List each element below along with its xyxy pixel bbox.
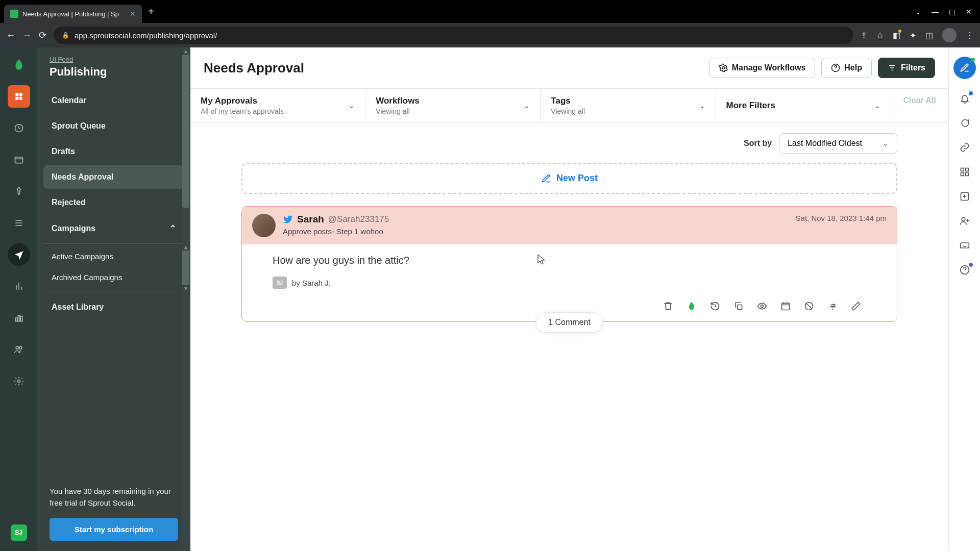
svg-point-8 [761, 305, 764, 308]
extensions-icon[interactable]: ✦ [910, 31, 916, 40]
tab-close-icon[interactable]: ✕ [130, 10, 136, 18]
menu-icon[interactable]: ⋮ [966, 31, 974, 40]
button-label: Filters [901, 63, 925, 72]
filter-approvals[interactable]: My Approvals All of my team's approvals … [190, 89, 365, 122]
forward-button[interactable]: → [22, 30, 32, 41]
sidepanel-icon[interactable]: ◫ [925, 31, 933, 40]
post-date: Sat, Nov 18, 2023 1:44 pm [796, 214, 887, 222]
sidebar-item-drafts[interactable]: Drafts [43, 140, 184, 163]
url-bar[interactable]: 🔒 app.sproutsocial.com/publishing/approv… [54, 27, 853, 44]
profile-avatar[interactable] [942, 28, 957, 42]
rail-pin-icon[interactable] [8, 180, 30, 203]
button-label: Manage Workflows [732, 63, 806, 72]
keyboard-icon[interactable] [960, 240, 970, 251]
invite-icon[interactable] [960, 216, 970, 226]
rail-publishing-icon[interactable] [8, 243, 30, 266]
browser-tab[interactable]: Needs Approval | Publishing | Sp ✕ [4, 5, 142, 23]
sidebar-item-rejected[interactable]: Rejected [43, 191, 184, 214]
notifications-icon[interactable] [960, 93, 970, 104]
add-icon[interactable] [960, 191, 970, 202]
user-badge[interactable]: SJ [11, 524, 27, 541]
rail-inbox-icon[interactable] [8, 148, 30, 171]
post-author-name: Sarah [297, 214, 324, 225]
minimize-icon[interactable]: — [932, 8, 939, 16]
twitter-icon [283, 214, 293, 224]
filter-workflows[interactable]: Workflows Viewing all ⌄ [365, 89, 541, 122]
filter-bar: My Approvals All of my team's approvals … [190, 89, 948, 123]
filter-tags[interactable]: Tags Viewing all ⌄ [541, 89, 716, 122]
main-content: Needs Approval Manage Workflows Help Fil… [190, 47, 948, 551]
sidebar-subitem-active-campaigns[interactable]: Active Campaigns [43, 246, 190, 267]
start-subscription-button[interactable]: Start my subscription [50, 518, 178, 541]
reload-button[interactable]: ⟳ [39, 30, 46, 41]
close-window-icon[interactable]: ✕ [966, 8, 972, 16]
link-icon[interactable] [960, 142, 970, 153]
help-icon[interactable] [960, 265, 970, 275]
sidebar-subitem-archived-campaigns[interactable]: Archived Campaigns [43, 267, 190, 288]
svg-point-5 [722, 67, 724, 69]
share-icon[interactable]: ⇪ [861, 31, 867, 40]
sidebar-item-sprout-queue[interactable]: Sprout Queue [43, 114, 184, 138]
sprout-icon[interactable] [687, 301, 697, 311]
comment-count-pill[interactable]: 1 Comment [535, 312, 603, 333]
post-byline: by Sarah J. [292, 279, 331, 287]
rail-reports-icon[interactable] [8, 307, 30, 329]
extension-icon[interactable]: ◧ [893, 31, 900, 40]
right-rail [948, 47, 980, 551]
message-icon[interactable] [960, 118, 970, 128]
delete-icon[interactable] [663, 301, 673, 311]
back-button[interactable]: ← [6, 30, 15, 41]
chevron-down-icon[interactable]: ⌄ [915, 8, 921, 16]
filter-more[interactable]: More Filters ⌄ [716, 89, 891, 122]
filter-label: Workflows [376, 96, 420, 106]
approve-icon[interactable] [827, 301, 838, 311]
sidebar: ▲ ▼ UI Feed Publishing Calendar Sprout Q… [37, 47, 190, 551]
copy-icon[interactable] [733, 301, 744, 311]
svg-point-2 [16, 346, 18, 349]
history-icon[interactable] [710, 301, 720, 311]
sidebar-item-calendar[interactable]: Calendar [43, 89, 184, 112]
post-text: How are you guys in the attic? [273, 255, 866, 266]
filter-sublabel: Viewing all [551, 107, 585, 115]
sidebar-scrollbar[interactable]: ▲ ▼ [182, 47, 190, 551]
post-card: Sarah @Sarah233175 Approve posts- Step 1… [241, 206, 897, 322]
svg-point-4 [17, 380, 20, 383]
calendar-icon[interactable] [780, 301, 791, 311]
block-icon[interactable] [804, 301, 814, 311]
compose-fab[interactable] [953, 57, 976, 79]
svg-rect-12 [965, 168, 968, 171]
rail-people-icon[interactable] [8, 338, 30, 361]
svg-rect-14 [965, 173, 968, 176]
svg-point-3 [19, 346, 21, 349]
maximize-icon[interactable]: ▢ [949, 8, 955, 16]
rail-list-icon[interactable] [8, 212, 30, 234]
filters-button[interactable]: Filters [878, 58, 935, 78]
compose-icon [541, 173, 551, 184]
grid-icon[interactable] [960, 167, 970, 177]
post-header: Sarah @Sarah233175 Approve posts- Step 1… [242, 207, 897, 244]
sidebar-item-campaigns[interactable]: Campaigns ⌃ [43, 216, 184, 240]
clear-all-button[interactable]: Clear All [891, 89, 948, 122]
new-post-button[interactable]: New Post [241, 163, 897, 194]
sidebar-item-needs-approval[interactable]: Needs Approval [43, 165, 184, 189]
sort-select[interactable]: Last Modified Oldest ⌄ [779, 133, 897, 154]
chevron-down-icon: ⌄ [883, 139, 889, 147]
help-button[interactable]: Help [821, 58, 872, 78]
sprout-logo[interactable] [8, 54, 30, 76]
rail-home-icon[interactable] [8, 85, 30, 108]
trial-message: You have 30 days remaining in your free … [50, 486, 178, 509]
svg-rect-1 [15, 157, 22, 163]
sidebar-eyebrow[interactable]: UI Feed [50, 56, 178, 63]
browser-tab-strip: Needs Approval | Publishing | Sp ✕ + ⌄ —… [0, 0, 980, 23]
edit-icon[interactable] [851, 301, 861, 311]
post-author-handle: @Sarah233175 [328, 214, 389, 224]
chevron-down-icon: ⌄ [524, 102, 530, 110]
rail-analytics-icon[interactable] [8, 275, 30, 297]
preview-icon[interactable] [757, 301, 767, 311]
rail-settings-icon[interactable] [8, 370, 30, 392]
new-tab-button[interactable]: + [148, 6, 154, 17]
bookmark-icon[interactable]: ☆ [876, 31, 884, 40]
sidebar-item-asset-library[interactable]: Asset Library [43, 295, 184, 319]
rail-compass-icon[interactable] [8, 117, 30, 139]
manage-workflows-button[interactable]: Manage Workflows [709, 58, 816, 78]
